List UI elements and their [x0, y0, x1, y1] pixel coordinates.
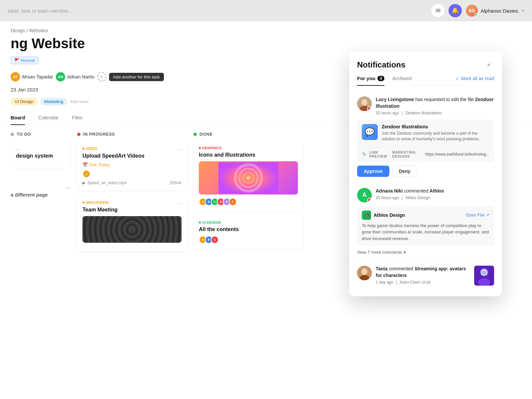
athlos-brand-name: Athlos Design — [374, 212, 405, 218]
athlos-brand: 🎮 Athlos Design — [362, 210, 405, 220]
mark-all-read-button[interactable]: ✓ Mark all as read — [456, 76, 494, 85]
notif-file-adnana: Athlos — [430, 188, 444, 194]
col-label-done: DONE — [200, 132, 213, 137]
avatar: AD — [466, 5, 478, 17]
card-more-menu-2[interactable]: ··· — [11, 185, 70, 192]
link-preview-footer: 📎 LINK PREVIEW Marketing designs https:/… — [357, 147, 494, 162]
card-title-meeting: Team Meeting — [82, 207, 182, 213]
notif-close-button[interactable]: × — [483, 60, 494, 70]
column-header-todo: TO DO — [11, 132, 70, 137]
notif-title: Notifications — [357, 60, 405, 69]
paperclip-icon: 📎 — [362, 152, 367, 156]
athlos-card-header: 🎮 Athlos Design Open File ↗ — [362, 210, 489, 220]
view-comments-button[interactable]: View 7 more comments ▾ — [357, 250, 494, 255]
tag-marketing[interactable]: Marketing — [40, 98, 67, 105]
link-preview-desc: Join the Zendoor community and become a … — [382, 131, 489, 142]
header-search: label, task or team member... — [0, 0, 80, 21]
card-design-system[interactable]: ··· design system — [11, 141, 70, 168]
notif-content-tania: Tania commented Streaming app: avatars f… — [376, 266, 470, 286]
link-attachment-name: Marketing designs — [392, 150, 422, 158]
type-dot-ui — [199, 221, 201, 223]
breadcrumb: Design / Websites — [0, 21, 532, 36]
card-menu-meeting[interactable]: ··· — [177, 200, 182, 207]
athlos-description: To help game studios harness the power o… — [362, 222, 489, 242]
notif-avatar-tania — [357, 266, 372, 280]
notif-user-tania: Tania — [376, 266, 388, 271]
notif-row-adnana: A Adnana Niki commented Athlos 20 hours … — [357, 188, 494, 202]
add-member-button[interactable]: + — [97, 72, 106, 81]
card-all-contents[interactable]: UI DESIGN All the contents A B C — [194, 215, 303, 249]
deny-button[interactable]: Deny — [392, 166, 417, 177]
card-footer-speedart: A — [82, 170, 182, 178]
notif-row-tania: Tania commented Streaming app: avatars f… — [357, 266, 494, 286]
link-preview-label: LINK PREVIEW — [369, 150, 390, 158]
notif-meta-tania: 1 day ago | Astro Clash UI kit — [376, 280, 470, 285]
tab-files[interactable]: Files — [72, 111, 82, 125]
notif-meta-lucy: 20 hours ago | Zendoor Illustrations — [376, 111, 494, 115]
avatar-g6: F — [229, 198, 237, 206]
card-due-speedart: 📅 Due Today — [82, 162, 182, 167]
svg-rect-16 — [481, 270, 487, 275]
user-profile[interactable]: AD Alphanso Davies. ▾ — [466, 5, 524, 17]
card-thumb-graphics — [199, 161, 298, 195]
card-title-speedart: Upload SpeedArt Videos — [82, 153, 182, 159]
link-preview-card: 💬 Zendoor Illustrations Join the Zendoor… — [357, 119, 494, 162]
notif-time-adnana: 20 hours ago — [376, 196, 399, 200]
svg-point-9 — [361, 268, 367, 275]
member-chip-1: AT Ahsan Tapadar — [11, 72, 53, 81]
main-area: label, task or team member... ✉ 🔔 AD Alp… — [0, 0, 532, 399]
member-avatar-ahsan: AT — [11, 72, 20, 81]
open-file-link[interactable]: Open File ↗ — [466, 212, 489, 217]
bell-icon-button[interactable]: 🔔 — [449, 4, 462, 17]
svg-rect-18 — [484, 271, 486, 273]
notif-avatar-lucy — [357, 96, 372, 111]
priority-tag[interactable]: 🚩 Normal — [11, 57, 39, 64]
link-preview-icon: 💬 — [362, 124, 378, 140]
column-header-done: DONE — [194, 132, 303, 137]
card-avatars-graphics: A B C D E F — [199, 198, 298, 206]
astro-thumb-svg — [474, 266, 494, 286]
tab-board[interactable]: Board — [11, 111, 25, 125]
svg-point-4 — [246, 176, 250, 180]
tab-calendar[interactable]: Calendar — [38, 111, 59, 125]
col-label-todo: TO DO — [17, 132, 31, 137]
card-title-contents: All the contents — [199, 226, 298, 232]
online-indicator — [474, 13, 477, 16]
column-header-in-progress: IN PROGRESS — [77, 132, 187, 137]
member-chip-2: AN Adnan Nantu — [56, 72, 94, 81]
tab-archived[interactable]: Archived — [392, 75, 412, 86]
add-another-button[interactable]: Add another for this task — [109, 73, 164, 81]
tania-avatar-image — [357, 266, 372, 280]
card-avatar-1: A — [82, 170, 90, 178]
search-input-placeholder[interactable]: label, task or team member... — [8, 8, 72, 14]
approve-button[interactable]: Approve — [357, 166, 389, 177]
card-team-meeting[interactable]: DISCUSSION ··· Team Meeting — [77, 195, 187, 251]
notif-text-adnana: Adnana Niki commented Athlos — [376, 188, 494, 195]
notif-item-adnana: A Adnana Niki commented Athlos 20 hours … — [349, 183, 502, 261]
card-more-menu[interactable]: ··· — [16, 146, 65, 153]
card-thumb-meeting — [82, 216, 182, 243]
notif-item-tania: Tania commented Streaming app: avatars f… — [349, 260, 502, 291]
notif-row-lucy: Lucy Livingstone has requested to edit t… — [357, 96, 494, 115]
athlos-card: 🎮 Athlos Design Open File ↗ To help game… — [357, 206, 494, 246]
tag-ui-design[interactable]: UI Design — [11, 98, 38, 105]
mail-icon-button[interactable]: ✉ — [431, 4, 445, 17]
partial-text-left: a different page — [11, 192, 70, 198]
notif-user-lucy: Lucy Livingstone — [376, 97, 414, 102]
card-menu-speedart[interactable]: ··· — [177, 146, 182, 153]
add-more-link[interactable]: Add more — [70, 99, 88, 104]
notif-count: 4 — [377, 76, 384, 81]
member-avatar-adnan: AN — [56, 72, 65, 81]
card-title-design-system: design system — [16, 153, 65, 159]
notif-actions-lucy: Approve Deny — [357, 166, 494, 177]
notif-content-adnana: Adnana Niki commented Athlos 20 hours ag… — [376, 188, 494, 202]
view-comments-text: View 7 more comments — [357, 250, 402, 255]
tab-for-you[interactable]: For you 4 — [357, 75, 384, 86]
link-url: https://www.earthfund.io/technolog... — [425, 152, 489, 157]
card-avatars-contents: A B C — [199, 236, 298, 244]
link-preview-inner: 💬 Zendoor Illustrations Join the Zendoor… — [357, 119, 494, 147]
tab-label-archived: Archived — [392, 75, 412, 81]
card-icons-illustrations[interactable]: GRAPHICS Icons and Illustrations — [194, 141, 303, 211]
card-speedart[interactable]: VIDEO ··· Upload SpeedArt Videos 📅 Due T… — [77, 141, 187, 191]
notif-meta-adnana: 20 hours ago | Athlos Design — [376, 196, 494, 200]
